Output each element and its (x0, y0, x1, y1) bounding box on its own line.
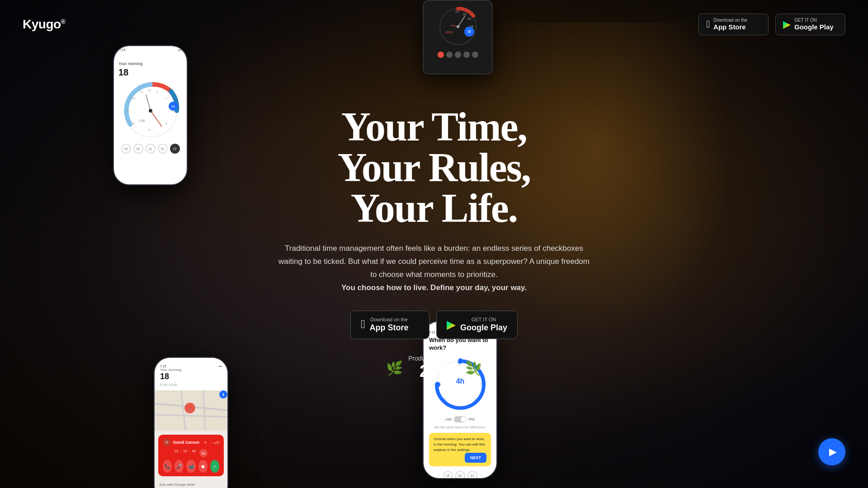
hero-title-line3: Your Life. (276, 188, 592, 229)
cta-googleplay-icon: ▶ (447, 318, 456, 332)
svg-text:11: 11 (139, 89, 143, 94)
next-button[interactable]: NEXT (465, 453, 486, 463)
hero-desc-text: Traditional time management often feels … (278, 244, 590, 279)
hero-desc-bold: You choose how to live. Define your day,… (341, 283, 527, 292)
device3-btn1[interactable] (438, 52, 444, 58)
badge-rank: 2nd (408, 362, 460, 381)
hero-title-line1: Your Time, (276, 107, 592, 147)
phone2-map: 📍 1 (155, 390, 227, 431)
phone4-cta-text: Choose when you want to work, in the mor… (434, 437, 485, 452)
header-googleplay-button[interactable]: ▶ GET IT ON Google Play (775, 14, 845, 35)
phone2-label: Your morning (160, 368, 222, 372)
timer-s: 30 (192, 449, 196, 457)
svg-text:4: 4 (459, 404, 461, 408)
device3-btn4[interactable] (463, 52, 470, 58)
phone1-label: Your morning (118, 61, 182, 66)
phone1-bottom-bar: 19 20 21 21 22 (118, 144, 182, 154)
cta-google-top: GET IT ON (460, 316, 507, 323)
phone1-time: 7:15 (119, 48, 126, 52)
phone1-screen: 7:15 ▪▪▪ Your morning 18 (114, 46, 187, 184)
phone4-dot-2: 20 (455, 471, 465, 479)
hero-description: Traditional time management often feels … (276, 242, 592, 295)
pm-label: PM (469, 417, 475, 422)
call-card-top: D David Carson ✕ + add (163, 438, 219, 446)
phone1-dot-5: 22 (170, 144, 180, 154)
phone2-status-bar: 7:15 ▪▪▪ (160, 365, 222, 368)
svg-text:12: 12 (147, 88, 151, 92)
phone1-dot-4: 21 (158, 144, 168, 154)
toggle-switch[interactable] (454, 416, 467, 422)
device3-buttons (438, 52, 478, 58)
call-btn-mute[interactable]: 🎤 (175, 460, 184, 473)
set-work-desc: Set the work block for afternoon. (429, 425, 491, 429)
call-btn-record[interactable]: ⏺ (198, 460, 208, 473)
svg-text:7:15: 7:15 (138, 119, 145, 122)
googleplay-label-bottom: Google Play (794, 23, 834, 31)
phone-top-left: 7:15 ▪▪▪ Your morning 18 (113, 45, 188, 185)
svg-line-11 (151, 111, 162, 127)
header-appstore-button[interactable]:  Download on the App Store (698, 14, 769, 35)
timer-end: 60 (199, 449, 208, 457)
cta-googleplay-button[interactable]: ▶ GET IT ON Google Play (436, 310, 518, 339)
badge-label: Product of the day (408, 355, 460, 362)
phone1-frame: 7:15 ▪▪▪ Your morning 18 (113, 45, 188, 185)
svg-text:3: 3 (474, 398, 476, 401)
device3-btn5[interactable] (472, 52, 478, 58)
appstore-label-top: Download on the (713, 18, 747, 23)
phone2-call-card: D David Carson ✕ + add 22 : 15 : 30 60 (158, 435, 224, 476)
phone-bottom-left: 7:15 ▪▪▪ Your morning 18 9:30-10:00 (154, 357, 228, 488)
laurel-right-icon: 🌿 (465, 360, 482, 376)
phone2-timerange: 9:30-10:00 (160, 383, 222, 387)
call-btn-video[interactable]: 📹 (186, 460, 195, 473)
phone4-dot-3: 21 (467, 471, 477, 479)
phone2-battery-icons: ▪▪▪ (219, 365, 222, 368)
device3-btn2[interactable] (446, 52, 453, 58)
product-badge: 🌿 Product of the day 2nd 🌿 (276, 355, 592, 381)
cta-appstore-top: Download on the (369, 316, 408, 323)
apple-icon:  (706, 19, 710, 30)
hero-content: Your Time, Your Rules, Your Life. Tradit… (276, 107, 592, 381)
device3-btn3[interactable] (455, 52, 461, 58)
play-button[interactable]: ▶ (818, 438, 845, 465)
svg-text:10: 10 (131, 96, 135, 100)
phone4-cta: Choose when you want to work, in the mor… (429, 433, 491, 466)
svg-text:00: 00 (171, 105, 175, 108)
phone2-time: 7:15 (160, 365, 166, 368)
header: Kyugo®  Download on the App Store ▶ GET… (0, 0, 868, 49)
phone1-dot-1: 19 (121, 144, 131, 154)
phone1-dot-3: 21 (146, 144, 156, 154)
phone1-clock: 12 1 3 4 6 8 9 10 11 1 (121, 81, 180, 140)
call-btn-phone[interactable]: 📞 (163, 460, 172, 473)
contact-avatar: D (163, 438, 171, 446)
contact-name: David Carson (173, 440, 199, 445)
timer-sep1: : (180, 449, 181, 457)
am-pm-toggle[interactable]: AM PM (429, 416, 491, 422)
timer-m: 15 (183, 449, 187, 457)
googleplay-label-top: GET IT ON (794, 18, 834, 23)
call-add-label: + add (211, 441, 219, 445)
phone1-dot-2: 20 (133, 144, 143, 154)
logo-trademark: ® (61, 18, 66, 25)
am-label: AM (445, 417, 452, 422)
svg-text:1: 1 (165, 96, 167, 100)
svg-text:9: 9 (127, 109, 129, 113)
cta-appstore-button[interactable]:  Download on the App Store (350, 310, 429, 339)
logo: Kyugo® (23, 17, 65, 32)
cta-appstore-bottom: App Store (369, 323, 408, 333)
timer-sep2: : (189, 449, 190, 457)
svg-point-47 (435, 382, 440, 387)
svg-text:4: 4 (165, 122, 167, 126)
svg-text:8: 8 (132, 122, 134, 126)
call-timer: 22 : 15 : 30 60 (163, 449, 219, 457)
join-google-meet: Join with Google Meet (155, 480, 227, 488)
call-btn-end[interactable]: ✓ (210, 460, 219, 473)
phone1-status-bar: 7:15 ▪▪▪ (114, 48, 187, 52)
phone4-dot-1: 19 (443, 471, 453, 479)
svg-line-12 (146, 95, 151, 111)
play-icon: ▶ (829, 446, 837, 458)
timer-h: 22 (175, 449, 179, 457)
svg-point-13 (149, 109, 152, 113)
phone1-battery-icons: ▪▪▪ (178, 48, 181, 52)
hero-title: Your Time, Your Rules, Your Life. (276, 107, 592, 229)
cta-apple-icon:  (361, 318, 365, 332)
